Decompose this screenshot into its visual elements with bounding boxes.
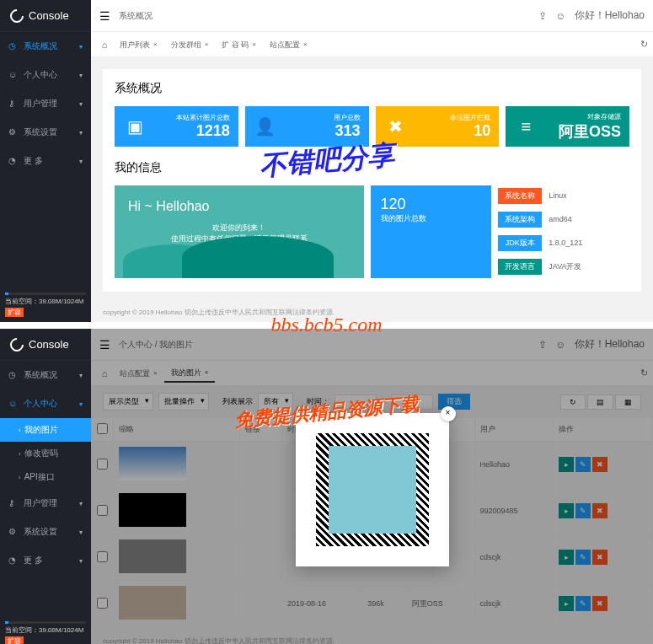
home-icon: ◷ — [8, 370, 19, 380]
home-icon: ◷ — [8, 41, 19, 51]
image-icon: ▣ — [123, 115, 147, 138]
person-icon: 👤 — [254, 115, 277, 138]
server-icon: ≡ — [514, 115, 538, 138]
main-area: ☰ 个人中心 / 我的图片 ⇪ ☺ 你好！Hellohao ⌂ 站点配置× 我的… — [91, 329, 653, 644]
more-icon: ◔ — [8, 156, 19, 166]
logo[interactable]: Console — [0, 329, 91, 361]
chevron-down-icon: ▾ — [79, 72, 83, 79]
nav-user-manage[interactable]: ⚷用户管理▾ — [0, 489, 91, 518]
nav-more[interactable]: ◔更 多▾ — [0, 147, 91, 175]
close-icon[interactable]: × — [205, 35, 209, 54]
gear-icon: ⚙ — [8, 527, 19, 537]
chevron-down-icon: ▾ — [79, 400, 83, 408]
space-text: 当前空间：39.08M/1024M — [5, 625, 86, 635]
user-icon: ☺ — [8, 70, 19, 80]
arrow-icon: › — [19, 474, 21, 481]
nav-sub-api[interactable]: ›API接口 — [0, 465, 91, 489]
nav-personal-center[interactable]: ☺个人中心▾ — [0, 389, 91, 418]
users-icon: ⚷ — [8, 498, 19, 508]
user-greeting[interactable]: 你好！Hellohao — [575, 8, 645, 23]
refresh-icon[interactable]: ↻ — [640, 39, 648, 50]
info-row: Hi ~ Hellohao 欢迎你的到来！ 使用过程中有任何问题，请于管理员联系… — [115, 185, 629, 280]
logo-icon — [8, 6, 27, 25]
user-icon: ☺ — [8, 399, 19, 409]
logo-icon — [8, 335, 27, 354]
nav-system-overview[interactable]: ◷系统概况▾ — [0, 361, 91, 389]
logo[interactable]: Console — [0, 0, 91, 32]
chevron-down-icon: ▾ — [79, 500, 83, 507]
nav-menu: ◷系统概况▾ ☺个人中心▾ ›我的图片 ›修改密码 ›API接口 ⚷用户管理▾ … — [0, 361, 91, 616]
stat-users: 👤用户总数313 — [245, 106, 369, 147]
share-icon[interactable]: ⇪ — [538, 10, 547, 22]
my-images-card: 120 我的图片总数 — [371, 185, 492, 278]
qr-modal: × — [296, 413, 449, 566]
chevron-down-icon: ▾ — [79, 372, 83, 379]
console-screen-1: Console ◷系统概况▾ ☺个人中心▾ ⚷用户管理▾ ⚙系统设置▾ ◔更 多… — [0, 0, 653, 322]
nav-sub-my-images[interactable]: ›我的图片 — [0, 418, 91, 442]
info-title: 我的信息 — [115, 160, 629, 175]
chevron-down-icon: ▾ — [79, 158, 83, 165]
chevron-down-icon: ▾ — [79, 43, 83, 51]
space-expand-tag[interactable]: 扩容 — [5, 636, 24, 644]
nav-menu: ◷系统概况▾ ☺个人中心▾ ⚷用户管理▾ ⚙系统设置▾ ◔更 多▾ — [0, 32, 91, 287]
brand-text: Console — [29, 9, 69, 22]
content: 系统概况 ▣本站累计图片总数1218 👤用户总数313 ✖非法图片拦截10 ≡对… — [91, 57, 653, 303]
block-icon: ✖ — [384, 115, 408, 138]
stat-images: ▣本站累计图片总数1218 — [115, 106, 238, 147]
nav-sub-change-pwd[interactable]: ›修改密码 — [0, 442, 91, 465]
space-text: 当前空间：39.08M/1024M — [5, 297, 86, 306]
system-info: 系统名称Linux 系统架构amd64 JDK版本1.8.0_121 开发语言J… — [498, 185, 629, 280]
tabbar: ⌂ 用户列表× 分发群组× 扩 容 码× 站点配置× ↻ — [91, 32, 653, 57]
section-title: 系统概况 — [115, 81, 629, 96]
nav-personal-center[interactable]: ☺个人中心▾ — [0, 61, 91, 89]
arrow-icon: › — [19, 450, 21, 458]
close-icon[interactable]: × — [252, 35, 256, 54]
nav-more[interactable]: ◔更 多▾ — [0, 546, 91, 575]
tab-expand-code[interactable]: 扩 容 码× — [215, 35, 263, 54]
tab-distribute[interactable]: 分发群组× — [164, 35, 216, 54]
sidebar: Console ◷系统概况▾ ☺个人中心▾ ›我的图片 ›修改密码 ›API接口… — [0, 329, 91, 644]
nav-system-settings[interactable]: ⚙系统设置▾ — [0, 118, 91, 147]
tab-site-config[interactable]: 站点配置× — [263, 35, 314, 54]
close-icon[interactable]: × — [303, 35, 308, 54]
breadcrumb: 系统概况 — [119, 10, 530, 22]
stats-row: ▣本站累计图片总数1218 👤用户总数313 ✖非法图片拦截10 ≡对象存储源阿… — [115, 106, 629, 147]
chevron-down-icon: ▾ — [79, 100, 83, 108]
menu-toggle-icon[interactable]: ☰ — [99, 9, 110, 23]
mountain-bg — [115, 236, 364, 278]
users-icon: ⚷ — [8, 99, 19, 109]
close-icon[interactable]: × — [153, 35, 158, 54]
arrow-icon: › — [19, 427, 21, 434]
nav-user-manage[interactable]: ⚷用户管理▾ — [0, 89, 91, 118]
chevron-down-icon: ▾ — [79, 529, 83, 536]
brand-text: Console — [29, 338, 69, 351]
chevron-down-icon: ▾ — [79, 557, 83, 565]
tab-user-list[interactable]: 用户列表× — [113, 35, 164, 54]
sidebar: Console ◷系统概况▾ ☺个人中心▾ ⚷用户管理▾ ⚙系统设置▾ ◔更 多… — [0, 0, 91, 322]
watermark-url: bbs.bcb5.com — [271, 314, 383, 336]
main-area: ☰ 系统概况 ⇪ ☺ 你好！Hellohao ⌂ 用户列表× 分发群组× 扩 容… — [91, 0, 653, 322]
space-expand-tag[interactable]: 扩容 — [5, 308, 24, 317]
more-icon: ◔ — [8, 555, 19, 566]
close-icon[interactable]: × — [441, 406, 456, 421]
qr-code — [309, 427, 436, 553]
space-usage: 当前空间：39.08M/1024M 扩容 — [0, 287, 91, 322]
space-usage: 当前空间：39.08M/1024M 扩容 — [0, 616, 91, 644]
welcome-card: Hi ~ Hellohao 欢迎你的到来！ 使用过程中有任何问题，请于管理员联系 — [115, 185, 364, 278]
chevron-down-icon: ▾ — [79, 129, 83, 137]
stat-storage: ≡对象存储源阿里OSS — [506, 106, 629, 147]
gear-icon: ⚙ — [8, 127, 19, 137]
user-top-icon[interactable]: ☺ — [555, 10, 565, 22]
nav-system-overview[interactable]: ◷系统概况▾ — [0, 32, 91, 61]
nav-system-settings[interactable]: ⚙系统设置▾ — [0, 518, 91, 546]
topbar: ☰ 系统概况 ⇪ ☺ 你好！Hellohao — [91, 0, 653, 32]
home-tab-icon[interactable]: ⌂ — [96, 40, 113, 50]
welcome-greet: Hi ~ Hellohao — [128, 199, 351, 214]
stat-blocked: ✖非法图片拦截10 — [376, 106, 500, 147]
console-screen-2: Console ◷系统概况▾ ☺个人中心▾ ›我的图片 ›修改密码 ›API接口… — [0, 329, 653, 644]
